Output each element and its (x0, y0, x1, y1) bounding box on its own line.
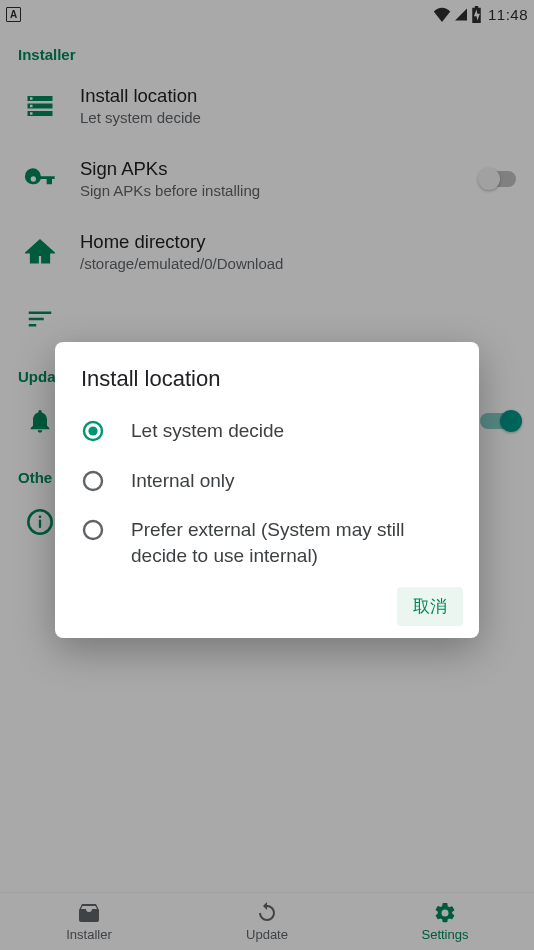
radio-label: Internal only (131, 468, 235, 494)
radio-unselected-icon (81, 518, 105, 542)
dialog-title: Install location (55, 366, 479, 406)
svg-point-4 (88, 426, 97, 435)
radio-label: Prefer external (System may still decide… (131, 517, 453, 568)
radio-option-system-decide[interactable]: Let system decide (55, 406, 479, 456)
radio-unselected-icon (81, 469, 105, 493)
svg-point-6 (84, 521, 102, 539)
radio-option-prefer-external[interactable]: Prefer external (System may still decide… (55, 505, 479, 580)
install-location-dialog: Install location Let system decide Inter… (55, 342, 479, 638)
cancel-button[interactable]: 取消 (397, 587, 463, 626)
svg-point-5 (84, 472, 102, 490)
radio-option-internal-only[interactable]: Internal only (55, 456, 479, 506)
radio-label: Let system decide (131, 418, 284, 444)
radio-selected-icon (81, 419, 105, 443)
